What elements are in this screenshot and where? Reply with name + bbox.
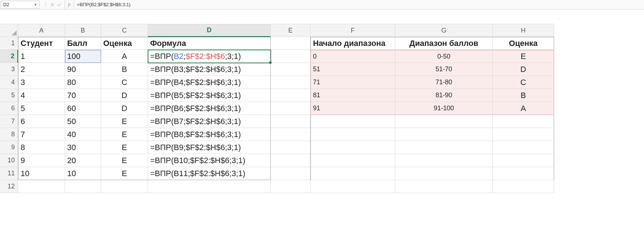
cell-A2[interactable]: 1 — [18, 50, 65, 63]
cell-H4[interactable]: C — [493, 76, 554, 89]
cancel-icon[interactable] — [50, 3, 55, 7]
select-all-corner[interactable] — [0, 24, 18, 37]
cell-B7[interactable]: 50 — [65, 115, 101, 128]
cell-F12[interactable] — [310, 180, 395, 193]
fx-label[interactable]: fx — [65, 0, 74, 9]
cell-E7[interactable] — [271, 115, 310, 128]
cell-F1[interactable]: Начало диапазона — [310, 37, 395, 50]
cell-B2[interactable]: 100 — [65, 50, 101, 63]
cell-E8[interactable] — [271, 128, 310, 141]
cell-B5[interactable]: 70 — [65, 89, 101, 102]
cell-D1[interactable]: Формула — [148, 37, 271, 50]
cell-G4[interactable]: 71-80 — [395, 76, 493, 89]
cell-A10[interactable]: 9 — [18, 154, 65, 167]
col-header-G[interactable]: G — [395, 24, 493, 37]
cell-C1[interactable]: Оценка — [101, 37, 148, 50]
cell-E5[interactable] — [271, 89, 310, 102]
cell-B11[interactable]: 10 — [65, 167, 101, 180]
cell-E2[interactable] — [271, 50, 310, 63]
cell-G12[interactable] — [395, 180, 493, 193]
col-header-A[interactable]: A — [18, 24, 65, 37]
cell-D8[interactable]: =ВПР(B8;$F$2:$H$6;3;1) — [148, 128, 271, 141]
col-header-E[interactable]: E — [271, 24, 310, 37]
row-header-11[interactable]: 11 — [0, 167, 18, 180]
cell-G7[interactable] — [395, 115, 493, 128]
row-header-6[interactable]: 6 — [0, 102, 18, 115]
cell-A1[interactable]: Студент — [18, 37, 65, 50]
row-header-9[interactable]: 9 — [0, 141, 18, 154]
cell-F2[interactable]: 0 — [310, 50, 395, 63]
cell-F9[interactable] — [310, 141, 395, 154]
cell-A11[interactable]: 10 — [18, 167, 65, 180]
col-header-B[interactable]: B — [65, 24, 101, 37]
cell-C12[interactable] — [101, 180, 148, 193]
cell-E1[interactable] — [271, 37, 310, 50]
cell-C11[interactable]: E — [101, 167, 148, 180]
cell-G3[interactable]: 51-70 — [395, 63, 493, 76]
cell-D6[interactable]: =ВПР(B6;$F$2:$H$6;3;1) — [148, 102, 271, 115]
row-header-12[interactable]: 12 — [0, 180, 18, 193]
cell-H6[interactable]: A — [493, 102, 554, 115]
col-header-C[interactable]: C — [101, 24, 148, 37]
cell-C10[interactable]: E — [101, 154, 148, 167]
cell-B6[interactable]: 60 — [65, 102, 101, 115]
cell-H10[interactable] — [493, 154, 554, 167]
row-header-1[interactable]: 1 — [0, 37, 18, 50]
cell-C8[interactable]: E — [101, 128, 148, 141]
cell-D5[interactable]: =ВПР(B5;$F$2:$H$6;3;1) — [148, 89, 271, 102]
row-header-8[interactable]: 8 — [0, 128, 18, 141]
cell-D2[interactable]: =ВПР(B2;$F$2:$H$6;3;1) — [148, 50, 271, 63]
cell-H3[interactable]: D — [493, 63, 554, 76]
cell-A3[interactable]: 2 — [18, 63, 65, 76]
cell-B3[interactable]: 90 — [65, 63, 101, 76]
cell-B12[interactable] — [65, 180, 101, 193]
cell-G9[interactable] — [395, 141, 493, 154]
cell-D4[interactable]: =ВПР(B4;$F$2:$H$6;3;1) — [148, 76, 271, 89]
cell-H11[interactable] — [493, 167, 554, 180]
cell-H5[interactable]: B — [493, 89, 554, 102]
cell-B9[interactable]: 30 — [65, 141, 101, 154]
cell-G5[interactable]: 81-90 — [395, 89, 493, 102]
cell-F11[interactable] — [310, 167, 395, 180]
cell-H7[interactable] — [493, 115, 554, 128]
cell-D3[interactable]: =ВПР(B3;$F$2:$H$6;3;1) — [148, 63, 271, 76]
cell-C6[interactable]: D — [101, 102, 148, 115]
cell-A4[interactable]: 3 — [18, 76, 65, 89]
spreadsheet-grid[interactable]: ABCDEFGH1СтудентБаллОценкаФормулаНачало … — [0, 24, 644, 193]
cell-G2[interactable]: 0-50 — [395, 50, 493, 63]
cell-E4[interactable] — [271, 76, 310, 89]
cell-G6[interactable]: 91-100 — [395, 102, 493, 115]
cell-F7[interactable] — [310, 115, 395, 128]
cell-G11[interactable] — [395, 167, 493, 180]
col-header-H[interactable]: H — [493, 24, 554, 37]
cell-D11[interactable]: =ВПР(B11;$F$2:$H$6;3;1) — [148, 167, 271, 180]
cell-A5[interactable]: 4 — [18, 89, 65, 102]
cell-A6[interactable]: 5 — [18, 102, 65, 115]
cell-C9[interactable]: E — [101, 141, 148, 154]
cell-B1[interactable]: Балл — [65, 37, 101, 50]
col-header-F[interactable]: F — [310, 24, 395, 37]
cell-H2[interactable]: E — [493, 50, 554, 63]
cell-E6[interactable] — [271, 102, 310, 115]
cell-E10[interactable] — [271, 154, 310, 167]
cell-F8[interactable] — [310, 128, 395, 141]
cell-G8[interactable] — [395, 128, 493, 141]
cell-D7[interactable]: =ВПР(B7;$F$2:$H$6;3;1) — [148, 115, 271, 128]
cell-D9[interactable]: =ВПР(B9;$F$2:$H$6;3;1) — [148, 141, 271, 154]
cell-F5[interactable]: 81 — [310, 89, 395, 102]
cell-G10[interactable] — [395, 154, 493, 167]
row-header-3[interactable]: 3 — [0, 63, 18, 76]
cell-D12[interactable] — [148, 180, 271, 193]
cell-A12[interactable] — [18, 180, 65, 193]
cell-E9[interactable] — [271, 141, 310, 154]
cell-F3[interactable]: 51 — [310, 63, 395, 76]
row-header-5[interactable]: 5 — [0, 89, 18, 102]
cell-C3[interactable]: B — [101, 63, 148, 76]
cell-E12[interactable] — [271, 180, 310, 193]
row-header-7[interactable]: 7 — [0, 115, 18, 128]
cell-H8[interactable] — [493, 128, 554, 141]
cell-C2[interactable]: A — [101, 50, 148, 63]
name-box[interactable]: D2 ▼ — [1, 1, 40, 9]
cell-H12[interactable] — [493, 180, 554, 193]
cell-C4[interactable]: C — [101, 76, 148, 89]
